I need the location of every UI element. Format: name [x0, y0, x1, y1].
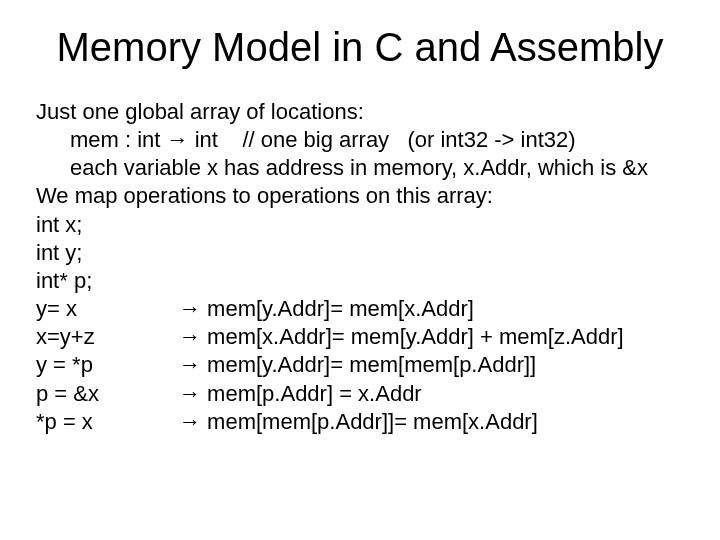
decl-p: int* p; [36, 267, 684, 295]
arrow-icon: → [179, 323, 201, 351]
slide-body: Just one global array of locations: mem … [36, 98, 684, 436]
intro-line-4: We map operations to operations on this … [36, 182, 684, 210]
arrow-icon: → [179, 380, 201, 408]
arrow-icon: → [167, 126, 189, 154]
slide-title: Memory Model in C and Assembly [36, 24, 684, 70]
mapping-left: y= x [36, 295, 179, 323]
mapping-right: → mem[x.Addr]= mem[y.Addr] + mem[z.Addr] [179, 323, 684, 351]
mapping-row: y= x → mem[y.Addr]= mem[x.Addr] [36, 295, 684, 323]
intro-line-1: Just one global array of locations: [36, 98, 684, 126]
intro-l2-pre: mem : int [70, 127, 167, 152]
mapping-right-text: mem[p.Addr] = x.Addr [201, 381, 422, 406]
mapping-right: → mem[p.Addr] = x.Addr [179, 380, 684, 408]
mapping-right-text: mem[y.Addr]= mem[mem[p.Addr]] [201, 352, 536, 377]
mapping-row: y = *p → mem[y.Addr]= mem[mem[p.Addr]] [36, 351, 684, 379]
slide: Memory Model in C and Assembly Just one … [0, 0, 720, 540]
arrow-icon: → [179, 295, 201, 323]
mapping-right-text: mem[y.Addr]= mem[x.Addr] [201, 296, 474, 321]
mapping-row: *p = x → mem[mem[p.Addr]]= mem[x.Addr] [36, 408, 684, 436]
decl-x: int x; [36, 211, 684, 239]
mapping-right-text: mem[x.Addr]= mem[y.Addr] + mem[z.Addr] [201, 324, 624, 349]
decl-y: int y; [36, 239, 684, 267]
arrow-icon: → [179, 351, 201, 379]
mapping-row: p = &x → mem[p.Addr] = x.Addr [36, 380, 684, 408]
intro-l2-post: int // one big array (or int32 -> int32) [189, 127, 576, 152]
intro-line-2: mem : int → int // one big array (or int… [36, 126, 684, 154]
mapping-left: x=y+z [36, 323, 179, 351]
mapping-right-text: mem[mem[p.Addr]]= mem[x.Addr] [201, 409, 538, 434]
mapping-left: *p = x [36, 408, 179, 436]
mapping-right: → mem[mem[p.Addr]]= mem[x.Addr] [179, 408, 684, 436]
mapping-right: → mem[y.Addr]= mem[mem[p.Addr]] [179, 351, 684, 379]
mapping-left: y = *p [36, 351, 179, 379]
mapping-row: x=y+z → mem[x.Addr]= mem[y.Addr] + mem[z… [36, 323, 684, 351]
intro-line-3: each variable x has address in memory, x… [36, 154, 684, 182]
mapping-right: → mem[y.Addr]= mem[x.Addr] [179, 295, 684, 323]
arrow-icon: → [179, 408, 201, 436]
mapping-left: p = &x [36, 380, 179, 408]
